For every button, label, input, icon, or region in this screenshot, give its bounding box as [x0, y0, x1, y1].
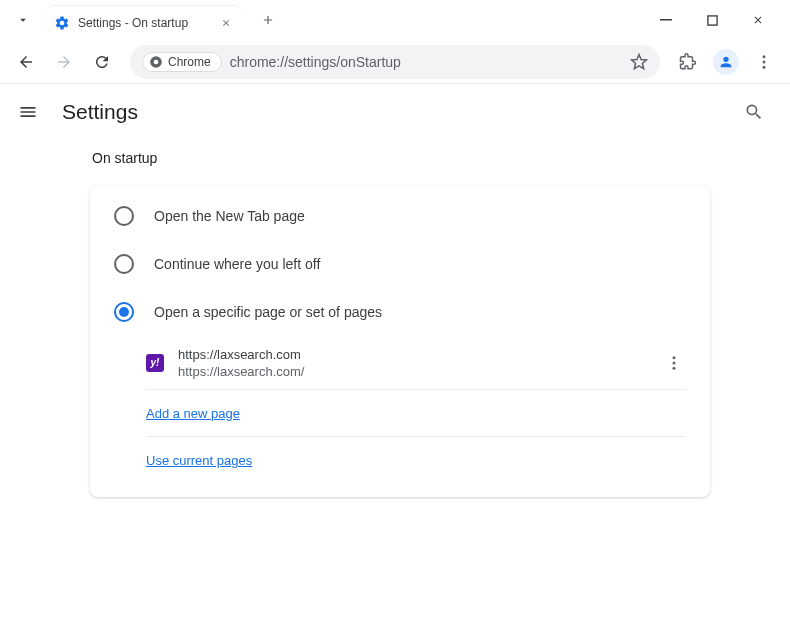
menu-button[interactable] [748, 46, 780, 78]
new-tab-button[interactable] [254, 6, 282, 34]
close-icon [221, 18, 231, 28]
page-title-text: https://laxsearch.com [178, 346, 648, 364]
radio-icon [114, 302, 134, 322]
option-new-tab[interactable]: Open the New Tab page [90, 192, 710, 240]
option-label: Open a specific page or set of pages [154, 304, 382, 320]
page-actions-button[interactable] [662, 354, 686, 372]
svg-point-6 [763, 65, 766, 68]
chrome-logo-icon [149, 55, 163, 69]
settings-content: On startup Open the New Tab page Continu… [0, 140, 790, 517]
profile-button[interactable] [710, 46, 742, 78]
reload-icon [93, 53, 111, 71]
extensions-button[interactable] [672, 46, 704, 78]
svg-point-3 [154, 59, 159, 64]
search-icon [744, 102, 764, 122]
maximize-button[interactable] [698, 6, 726, 34]
tab-title: Settings - On startup [78, 16, 218, 30]
section-heading: On startup [92, 150, 710, 166]
dots-vertical-icon [665, 354, 683, 372]
navigation-toolbar: Chrome chrome://settings/onStartup [0, 40, 790, 84]
use-current-row: Use current pages [146, 437, 686, 483]
settings-gear-icon [54, 15, 70, 31]
minimize-button[interactable] [652, 6, 680, 34]
puzzle-icon [679, 53, 697, 71]
plus-icon [261, 13, 275, 27]
close-window-button[interactable] [744, 6, 772, 34]
star-icon[interactable] [630, 53, 648, 71]
back-button[interactable] [10, 46, 42, 78]
startup-pages-list: y! https://laxsearch.com https://laxsear… [90, 336, 710, 491]
chip-label: Chrome [168, 55, 211, 69]
browser-tab[interactable]: Settings - On startup [44, 6, 244, 40]
site-identity-chip[interactable]: Chrome [142, 52, 222, 72]
add-page-link[interactable]: Add a new page [146, 406, 240, 421]
url-text: chrome://settings/onStartup [230, 54, 622, 70]
svg-point-5 [763, 60, 766, 63]
page-url-text: https://laxsearch.com/ [178, 364, 648, 379]
startup-card: Open the New Tab page Continue where you… [90, 186, 710, 497]
option-label: Continue where you left off [154, 256, 320, 272]
svg-point-8 [673, 361, 676, 364]
svg-rect-0 [660, 19, 672, 21]
search-settings-button[interactable] [734, 92, 774, 132]
arrow-right-icon [55, 53, 73, 71]
forward-button[interactable] [48, 46, 80, 78]
startup-page-row: y! https://laxsearch.com https://laxsear… [146, 336, 686, 390]
page-info: https://laxsearch.com https://laxsearch.… [178, 346, 648, 379]
settings-header: Settings [0, 84, 790, 140]
svg-point-4 [763, 55, 766, 58]
window-titlebar: Settings - On startup [0, 0, 790, 40]
tab-search-dropdown[interactable] [8, 5, 38, 35]
avatar-icon [713, 49, 739, 75]
option-continue[interactable]: Continue where you left off [90, 240, 710, 288]
hamburger-icon [18, 102, 38, 122]
radio-icon [114, 206, 134, 226]
minimize-icon [660, 14, 672, 26]
svg-rect-1 [707, 15, 716, 24]
page-title: Settings [62, 100, 138, 124]
option-label: Open the New Tab page [154, 208, 305, 224]
tab-close-button[interactable] [218, 15, 234, 31]
radio-icon [114, 254, 134, 274]
dots-vertical-icon [755, 53, 773, 71]
maximize-icon [707, 15, 718, 26]
close-icon [752, 14, 764, 26]
svg-point-9 [673, 366, 676, 369]
address-bar[interactable]: Chrome chrome://settings/onStartup [130, 45, 660, 79]
reload-button[interactable] [86, 46, 118, 78]
use-current-link[interactable]: Use current pages [146, 453, 252, 468]
add-page-row: Add a new page [146, 390, 686, 437]
svg-point-7 [673, 356, 676, 359]
option-specific-pages[interactable]: Open a specific page or set of pages [90, 288, 710, 336]
window-controls [652, 6, 782, 34]
page-favicon-icon: y! [146, 354, 164, 372]
menu-toggle[interactable] [16, 100, 40, 124]
arrow-left-icon [17, 53, 35, 71]
chevron-down-icon [16, 13, 30, 27]
